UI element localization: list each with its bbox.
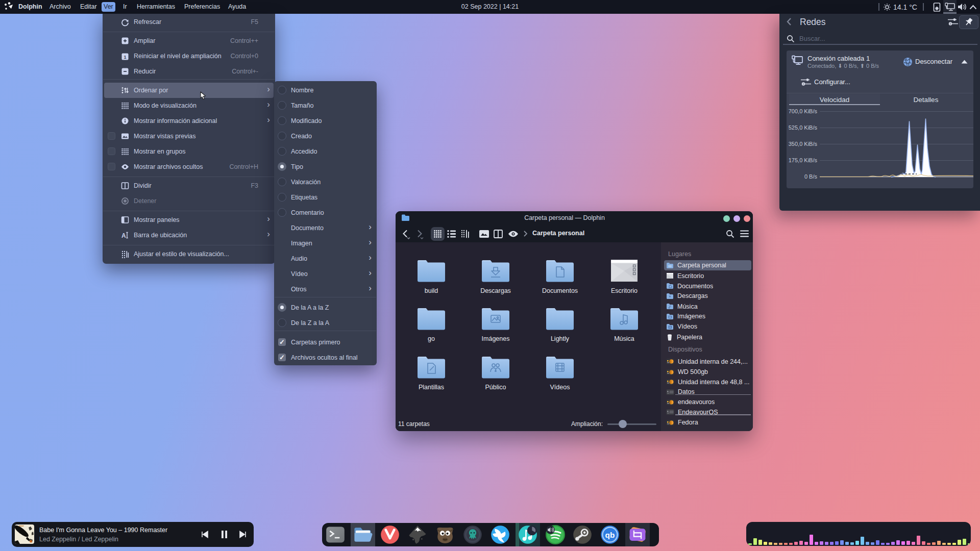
svg-text:1: 1 bbox=[124, 54, 126, 59]
svg-text:A: A bbox=[121, 232, 126, 239]
svg-text:qb: qb bbox=[605, 531, 615, 539]
